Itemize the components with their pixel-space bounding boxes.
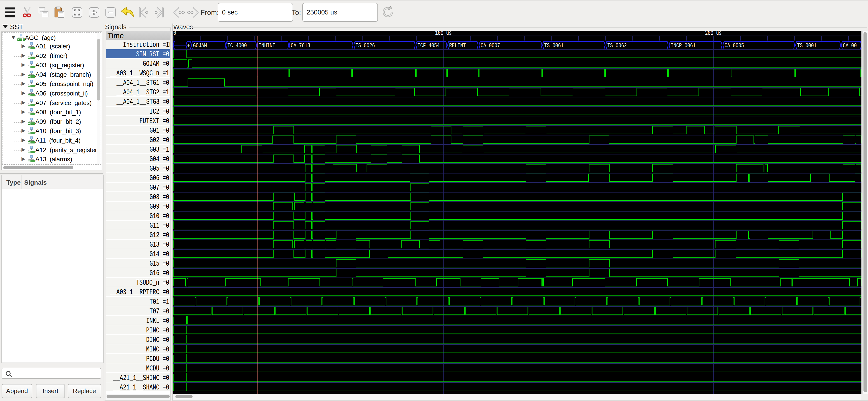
svg-text:0: 0	[173, 31, 176, 37]
svg-text:CA 0007: CA 0007	[480, 42, 500, 49]
svg-text:CA 00: CA 00	[843, 42, 857, 49]
svg-text:INCR 0061: INCR 0061	[671, 42, 695, 49]
svg-text:TS 0026: TS 0026	[355, 42, 375, 49]
svg-text:+: +	[187, 42, 190, 49]
svg-text:200 us: 200 us	[705, 31, 722, 37]
svg-text:CA 7613: CA 7613	[291, 42, 310, 49]
svg-text:100 us: 100 us	[435, 31, 452, 37]
svg-text:TS 0061: TS 0061	[544, 42, 564, 49]
svg-text:TC 4000: TC 4000	[227, 42, 247, 49]
svg-text:TS 0001: TS 0001	[797, 42, 817, 49]
svg-text:TCF 4054: TCF 4054	[417, 42, 440, 49]
svg-text:INHINT: INHINT	[259, 42, 275, 49]
svg-text:CA 0005: CA 0005	[724, 42, 744, 49]
svg-text:RELINT: RELINT	[449, 42, 466, 49]
svg-text:TS 0062: TS 0062	[607, 42, 627, 49]
svg-text:GOJAM: GOJAM	[193, 42, 207, 49]
